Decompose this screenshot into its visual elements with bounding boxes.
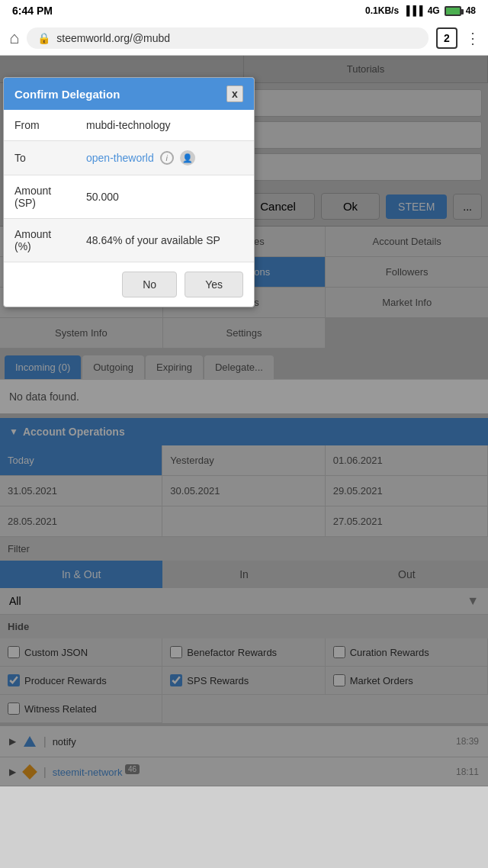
to-link[interactable]: open-theworld <box>86 152 154 164</box>
modal-footer: No Yes <box>4 262 254 307</box>
modal-header: Confirm Delegation x <box>4 78 254 110</box>
status-bar: 6:44 PM 0.1KB/s ▐▐▐ 4G 48 <box>0 0 488 21</box>
modal-label-to: To <box>4 143 80 173</box>
status-time: 6:44 PM <box>12 5 53 17</box>
url-bar[interactable]: 🔒 steemworld.org/@mubd <box>27 27 429 49</box>
modal-no-button[interactable]: No <box>122 272 177 297</box>
network-type: 4G <box>428 5 440 16</box>
modal-row-amount-pct: Amount (%) 48.64% of your available SP <box>4 219 254 262</box>
modal-close-button[interactable]: x <box>226 85 243 102</box>
modal-value-from: mubdi-technology <box>80 110 254 140</box>
info-icon: i <box>160 151 174 165</box>
modal-row-amount-sp: Amount (SP) 50.000 <box>4 175 254 219</box>
network-speed: 0.1KB/s <box>365 5 399 16</box>
battery-icon <box>445 6 461 16</box>
modal-value-amount-sp: 50.000 <box>80 182 254 212</box>
signal-icon: ▐▐▐ <box>403 5 423 16</box>
battery-percent: 48 <box>466 5 476 16</box>
to-value-row: open-theworld i 👤 <box>86 150 248 166</box>
modal-overlay[interactable]: Confirm Delegation x From mubdi-technolo… <box>0 56 488 786</box>
modal-label-from: From <box>4 110 80 140</box>
modal-yes-button[interactable]: Yes <box>185 272 243 297</box>
modal-row-to: To open-theworld i 👤 <box>4 141 254 175</box>
modal-value-to: open-theworld i 👤 <box>80 141 254 175</box>
browser-bar: ⌂ 🔒 steemworld.org/@mubd 2 ⋮ <box>0 21 488 56</box>
status-right: 0.1KB/s ▐▐▐ 4G 48 <box>365 5 476 16</box>
lock-icon: 🔒 <box>37 32 50 44</box>
modal-title: Confirm Delegation <box>14 88 120 101</box>
modal-body: From mubdi-technology To open-theworld i… <box>4 110 254 262</box>
tab-count[interactable]: 2 <box>436 27 458 49</box>
modal-value-amount-pct: 48.64% of your available SP <box>80 225 254 256</box>
modal-row-from: From mubdi-technology <box>4 110 254 141</box>
home-icon[interactable]: ⌂ <box>9 28 19 48</box>
modal-label-amount-sp: Amount (SP) <box>4 175 80 218</box>
browser-menu-icon[interactable]: ⋮ <box>465 29 479 47</box>
main-content: Confirm Delegation x From mubdi-technolo… <box>0 56 488 786</box>
url-text: steemworld.org/@mubd <box>56 32 170 44</box>
user-icon: 👤 <box>180 150 195 166</box>
modal-label-amount-pct: Amount (%) <box>4 219 80 262</box>
confirm-delegation-modal: Confirm Delegation x From mubdi-technolo… <box>3 77 255 307</box>
